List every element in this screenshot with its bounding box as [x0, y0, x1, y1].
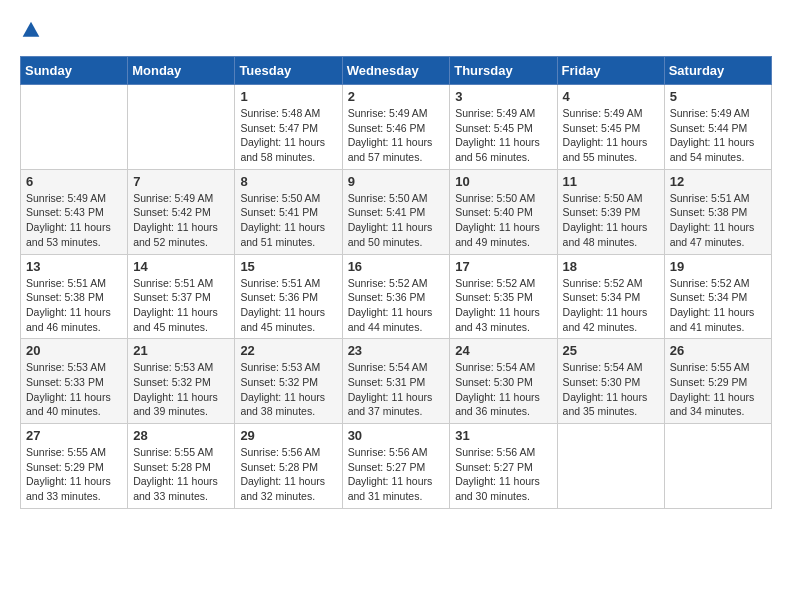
day-info: Sunrise: 5:55 AMSunset: 5:28 PMDaylight:…: [133, 445, 229, 504]
day-number: 22: [240, 343, 336, 358]
calendar-cell: 4Sunrise: 5:49 AMSunset: 5:45 PMDaylight…: [557, 85, 664, 170]
calendar-cell: 24Sunrise: 5:54 AMSunset: 5:30 PMDayligh…: [450, 339, 557, 424]
day-number: 1: [240, 89, 336, 104]
weekday-header: Saturday: [664, 57, 771, 85]
day-number: 6: [26, 174, 122, 189]
day-number: 29: [240, 428, 336, 443]
day-info: Sunrise: 5:49 AMSunset: 5:46 PMDaylight:…: [348, 106, 445, 165]
logo: [20, 20, 42, 40]
day-number: 15: [240, 259, 336, 274]
day-info: Sunrise: 5:56 AMSunset: 5:27 PMDaylight:…: [455, 445, 551, 504]
day-number: 8: [240, 174, 336, 189]
day-info: Sunrise: 5:52 AMSunset: 5:34 PMDaylight:…: [563, 276, 659, 335]
day-info: Sunrise: 5:48 AMSunset: 5:47 PMDaylight:…: [240, 106, 336, 165]
calendar-week-row: 13Sunrise: 5:51 AMSunset: 5:38 PMDayligh…: [21, 254, 772, 339]
day-info: Sunrise: 5:56 AMSunset: 5:28 PMDaylight:…: [240, 445, 336, 504]
day-number: 19: [670, 259, 766, 274]
day-info: Sunrise: 5:55 AMSunset: 5:29 PMDaylight:…: [670, 360, 766, 419]
day-info: Sunrise: 5:51 AMSunset: 5:38 PMDaylight:…: [670, 191, 766, 250]
day-info: Sunrise: 5:51 AMSunset: 5:38 PMDaylight:…: [26, 276, 122, 335]
calendar-cell: 14Sunrise: 5:51 AMSunset: 5:37 PMDayligh…: [128, 254, 235, 339]
calendar-cell: 13Sunrise: 5:51 AMSunset: 5:38 PMDayligh…: [21, 254, 128, 339]
day-number: 5: [670, 89, 766, 104]
day-number: 13: [26, 259, 122, 274]
day-info: Sunrise: 5:50 AMSunset: 5:41 PMDaylight:…: [348, 191, 445, 250]
day-info: Sunrise: 5:50 AMSunset: 5:41 PMDaylight:…: [240, 191, 336, 250]
day-number: 23: [348, 343, 445, 358]
day-info: Sunrise: 5:54 AMSunset: 5:30 PMDaylight:…: [563, 360, 659, 419]
day-info: Sunrise: 5:49 AMSunset: 5:42 PMDaylight:…: [133, 191, 229, 250]
calendar-cell: 7Sunrise: 5:49 AMSunset: 5:42 PMDaylight…: [128, 169, 235, 254]
calendar-cell: [557, 424, 664, 509]
calendar-cell: 25Sunrise: 5:54 AMSunset: 5:30 PMDayligh…: [557, 339, 664, 424]
weekday-header: Thursday: [450, 57, 557, 85]
weekday-header: Tuesday: [235, 57, 342, 85]
day-info: Sunrise: 5:49 AMSunset: 5:44 PMDaylight:…: [670, 106, 766, 165]
day-number: 14: [133, 259, 229, 274]
day-info: Sunrise: 5:49 AMSunset: 5:43 PMDaylight:…: [26, 191, 122, 250]
calendar-cell: 19Sunrise: 5:52 AMSunset: 5:34 PMDayligh…: [664, 254, 771, 339]
day-info: Sunrise: 5:56 AMSunset: 5:27 PMDaylight:…: [348, 445, 445, 504]
day-number: 11: [563, 174, 659, 189]
day-info: Sunrise: 5:49 AMSunset: 5:45 PMDaylight:…: [563, 106, 659, 165]
day-info: Sunrise: 5:53 AMSunset: 5:32 PMDaylight:…: [133, 360, 229, 419]
day-number: 10: [455, 174, 551, 189]
calendar-cell: 6Sunrise: 5:49 AMSunset: 5:43 PMDaylight…: [21, 169, 128, 254]
day-number: 25: [563, 343, 659, 358]
day-info: Sunrise: 5:50 AMSunset: 5:40 PMDaylight:…: [455, 191, 551, 250]
day-number: 31: [455, 428, 551, 443]
day-number: 12: [670, 174, 766, 189]
day-number: 20: [26, 343, 122, 358]
weekday-header: Friday: [557, 57, 664, 85]
calendar-cell: 21Sunrise: 5:53 AMSunset: 5:32 PMDayligh…: [128, 339, 235, 424]
day-number: 30: [348, 428, 445, 443]
calendar-cell: 18Sunrise: 5:52 AMSunset: 5:34 PMDayligh…: [557, 254, 664, 339]
day-info: Sunrise: 5:52 AMSunset: 5:35 PMDaylight:…: [455, 276, 551, 335]
calendar-cell: [128, 85, 235, 170]
day-info: Sunrise: 5:55 AMSunset: 5:29 PMDaylight:…: [26, 445, 122, 504]
day-number: 28: [133, 428, 229, 443]
calendar-cell: 29Sunrise: 5:56 AMSunset: 5:28 PMDayligh…: [235, 424, 342, 509]
weekday-header: Sunday: [21, 57, 128, 85]
calendar-cell: 26Sunrise: 5:55 AMSunset: 5:29 PMDayligh…: [664, 339, 771, 424]
day-number: 16: [348, 259, 445, 274]
calendar-week-row: 27Sunrise: 5:55 AMSunset: 5:29 PMDayligh…: [21, 424, 772, 509]
day-info: Sunrise: 5:51 AMSunset: 5:36 PMDaylight:…: [240, 276, 336, 335]
calendar-week-row: 1Sunrise: 5:48 AMSunset: 5:47 PMDaylight…: [21, 85, 772, 170]
calendar-cell: 31Sunrise: 5:56 AMSunset: 5:27 PMDayligh…: [450, 424, 557, 509]
day-info: Sunrise: 5:54 AMSunset: 5:30 PMDaylight:…: [455, 360, 551, 419]
day-number: 4: [563, 89, 659, 104]
weekday-header: Wednesday: [342, 57, 450, 85]
calendar-cell: 3Sunrise: 5:49 AMSunset: 5:45 PMDaylight…: [450, 85, 557, 170]
day-info: Sunrise: 5:50 AMSunset: 5:39 PMDaylight:…: [563, 191, 659, 250]
day-number: 2: [348, 89, 445, 104]
calendar-cell: 2Sunrise: 5:49 AMSunset: 5:46 PMDaylight…: [342, 85, 450, 170]
day-number: 21: [133, 343, 229, 358]
calendar-header-row: SundayMondayTuesdayWednesdayThursdayFrid…: [21, 57, 772, 85]
calendar-cell: 1Sunrise: 5:48 AMSunset: 5:47 PMDaylight…: [235, 85, 342, 170]
day-info: Sunrise: 5:54 AMSunset: 5:31 PMDaylight:…: [348, 360, 445, 419]
day-number: 17: [455, 259, 551, 274]
calendar-cell: 15Sunrise: 5:51 AMSunset: 5:36 PMDayligh…: [235, 254, 342, 339]
calendar-cell: 5Sunrise: 5:49 AMSunset: 5:44 PMDaylight…: [664, 85, 771, 170]
day-number: 3: [455, 89, 551, 104]
calendar-cell: 11Sunrise: 5:50 AMSunset: 5:39 PMDayligh…: [557, 169, 664, 254]
calendar-cell: 30Sunrise: 5:56 AMSunset: 5:27 PMDayligh…: [342, 424, 450, 509]
day-info: Sunrise: 5:52 AMSunset: 5:34 PMDaylight:…: [670, 276, 766, 335]
calendar-cell: 16Sunrise: 5:52 AMSunset: 5:36 PMDayligh…: [342, 254, 450, 339]
calendar-table: SundayMondayTuesdayWednesdayThursdayFrid…: [20, 56, 772, 509]
calendar-cell: 27Sunrise: 5:55 AMSunset: 5:29 PMDayligh…: [21, 424, 128, 509]
calendar-cell: 10Sunrise: 5:50 AMSunset: 5:40 PMDayligh…: [450, 169, 557, 254]
day-number: 18: [563, 259, 659, 274]
page-header: [20, 20, 772, 40]
calendar-cell: 12Sunrise: 5:51 AMSunset: 5:38 PMDayligh…: [664, 169, 771, 254]
weekday-header: Monday: [128, 57, 235, 85]
day-info: Sunrise: 5:51 AMSunset: 5:37 PMDaylight:…: [133, 276, 229, 335]
day-info: Sunrise: 5:53 AMSunset: 5:32 PMDaylight:…: [240, 360, 336, 419]
day-info: Sunrise: 5:49 AMSunset: 5:45 PMDaylight:…: [455, 106, 551, 165]
calendar-cell: 22Sunrise: 5:53 AMSunset: 5:32 PMDayligh…: [235, 339, 342, 424]
calendar-week-row: 20Sunrise: 5:53 AMSunset: 5:33 PMDayligh…: [21, 339, 772, 424]
day-info: Sunrise: 5:53 AMSunset: 5:33 PMDaylight:…: [26, 360, 122, 419]
calendar-cell: 23Sunrise: 5:54 AMSunset: 5:31 PMDayligh…: [342, 339, 450, 424]
day-number: 24: [455, 343, 551, 358]
